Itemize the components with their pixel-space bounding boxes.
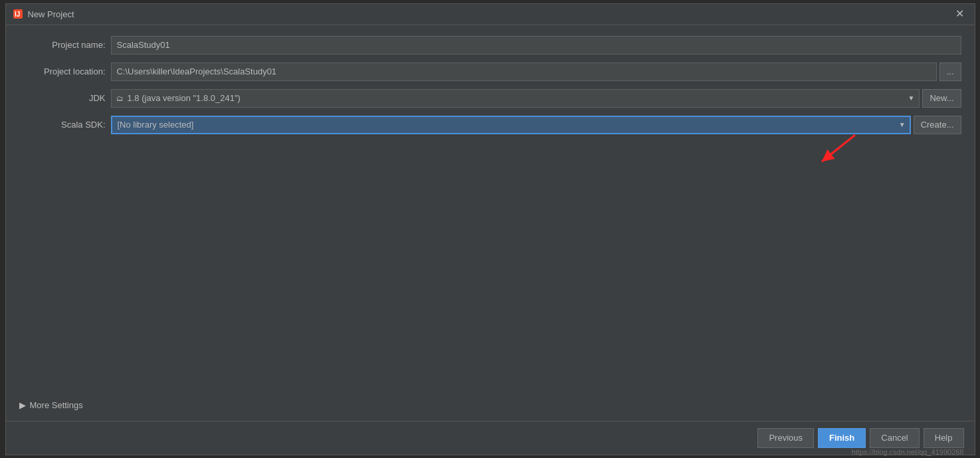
jdk-group: 🗂 1.8 (java version "1.8.0_241") ▼ New..… — [111, 89, 961, 108]
close-button[interactable]: ✕ — [951, 7, 968, 21]
scala-sdk-label: Scala SDK: — [19, 120, 106, 130]
project-location-input[interactable] — [111, 62, 937, 81]
scala-sdk-select[interactable]: [No library selected] — [111, 116, 911, 134]
project-location-row: Project location: ... — [19, 62, 961, 81]
scala-sdk-row: Scala SDK: [No library selected] ▼ Creat… — [19, 116, 961, 134]
dialog-content: Project name: Project location: ... JDK … — [6, 25, 975, 421]
more-settings-triangle-icon: ▶ — [19, 400, 26, 410]
scala-sdk-select-wrapper: [No library selected] ▼ — [111, 116, 911, 134]
jdk-select-wrapper: 🗂 1.8 (java version "1.8.0_241") ▼ — [111, 89, 920, 108]
more-settings-label: More Settings — [30, 400, 83, 410]
jdk-row: JDK 🗂 1.8 (java version "1.8.0_241") ▼ N… — [19, 89, 961, 108]
dialog-title: New Project — [28, 9, 74, 19]
project-location-group: ... — [111, 62, 961, 81]
dialog-footer: Previous Finish Cancel Help https://blog… — [6, 421, 975, 455]
app-icon: IJ — [13, 9, 23, 19]
content-spacer — [19, 142, 961, 392]
scala-sdk-create-button[interactable]: Create... — [914, 116, 961, 134]
svg-text:IJ: IJ — [15, 11, 20, 18]
jdk-select[interactable]: 1.8 (java version "1.8.0_241") — [111, 89, 920, 108]
project-name-input[interactable] — [111, 36, 961, 55]
project-location-label: Project location: — [19, 66, 106, 76]
new-project-dialog: IJ New Project ✕ Project name: Project l… — [5, 3, 975, 455]
title-bar-left: IJ New Project — [13, 9, 74, 19]
scala-sdk-group: [No library selected] ▼ Create... — [111, 116, 961, 134]
jdk-new-button[interactable]: New... — [922, 89, 961, 108]
more-settings-toggle[interactable]: ▶ More Settings — [19, 400, 961, 410]
watermark: https://blog.csdn.net/qq_41990268 — [852, 448, 964, 456]
jdk-label: JDK — [19, 93, 106, 103]
cancel-button[interactable]: Cancel — [870, 428, 919, 448]
project-name-row: Project name: — [19, 36, 961, 55]
finish-button[interactable]: Finish — [818, 428, 866, 448]
browse-button[interactable]: ... — [939, 62, 961, 81]
help-button[interactable]: Help — [924, 428, 964, 448]
title-bar: IJ New Project ✕ — [6, 4, 975, 25]
project-name-label: Project name: — [19, 40, 106, 50]
previous-button[interactable]: Previous — [757, 428, 814, 448]
